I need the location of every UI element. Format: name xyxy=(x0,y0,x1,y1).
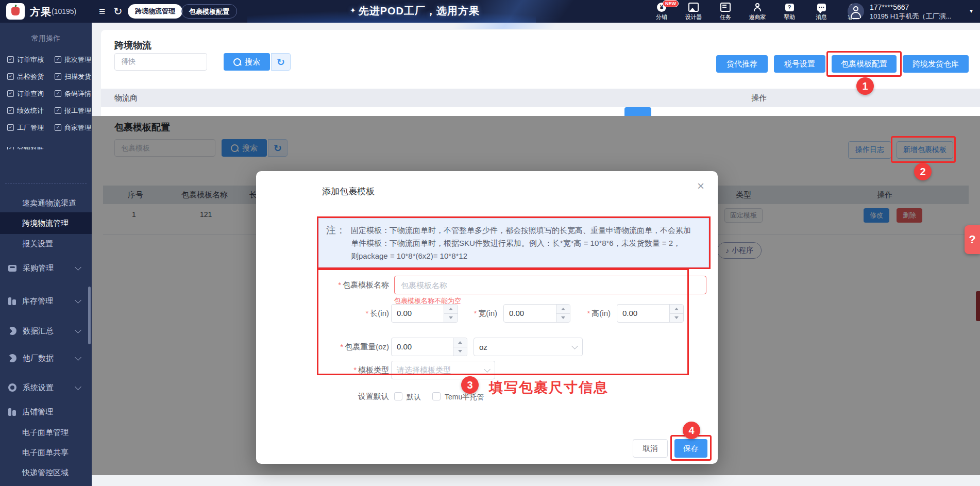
sidebar-item-cross-border-logistics[interactable]: 跨境物流管理 xyxy=(0,212,92,234)
sidebar-item-eorder-management[interactable]: 电子面单管理 xyxy=(0,427,92,438)
sidebar-group-inventory[interactable]: 库存管理 xyxy=(0,295,92,307)
width-label: *宽(in) xyxy=(452,304,497,323)
stepper-down-icon[interactable] xyxy=(453,347,467,356)
column-provider: 物流商 xyxy=(114,89,138,107)
logistics-search-group: 搜索 ↻ xyxy=(224,53,291,71)
package-template-config-button[interactable]: 包裹模板配置 xyxy=(832,55,897,73)
tab-package-template-config[interactable]: 包裹模板配置 xyxy=(181,4,237,19)
floating-help-button[interactable]: ? xyxy=(965,225,980,254)
weight-label: *包裹重量(oz) xyxy=(287,338,389,356)
height-input[interactable]: 0.00 xyxy=(617,304,684,323)
cross-border-warehouse-button[interactable]: 跨境发货仓库 xyxy=(903,55,969,73)
template-note: 注： 固定模板：下物流面单时，不管整单多少件，都会按照填写的长宽高、重量申请物流… xyxy=(318,218,709,267)
save-button[interactable]: 保存 xyxy=(674,439,707,458)
sidebar: 常用操作 ✓订单审核 ✓批次管理 ✓品检验货 ✓扫描发货 ✓订单查询 ✓条码详情… xyxy=(0,23,92,486)
stepper-up-icon[interactable] xyxy=(453,338,467,347)
stepper-up-icon[interactable] xyxy=(670,305,683,314)
apple-logo-icon xyxy=(11,7,20,15)
quick-link-order-audit[interactable]: ✓订单审核 xyxy=(7,55,55,64)
note-prefix: 注： xyxy=(326,224,346,262)
default-checkbox[interactable] xyxy=(394,392,402,400)
user-menu-caret-icon[interactable]: ▾ xyxy=(970,7,973,14)
quick-link-scan-shipping[interactable]: ✓扫描发货 xyxy=(55,72,92,81)
note-text: 固定模板：下物流面单时，不管整单多少件，都会按照填写的长宽高、重量申请物流面单，… xyxy=(351,224,691,262)
app-root: 方果 (10195) ≡ ↻ 跨境物流管理 包裹模板配置 ✦先进POD工厂，选用… xyxy=(0,0,980,486)
template-name-input[interactable] xyxy=(394,276,706,294)
add-package-template-modal: 添加包裹模板 × 注： 固定模板：下物流面单时，不管整单多少件，都会按照填写的长… xyxy=(256,171,718,464)
inventory-icon xyxy=(8,297,16,305)
sidebar-section-title: 常用操作 xyxy=(0,34,92,43)
freight-forwarder-button[interactable]: 货代推荐 xyxy=(716,55,768,73)
quick-link-performance-stats[interactable]: ✓绩效统计 xyxy=(7,106,55,115)
sidebar-group-data-summary[interactable]: 数据汇总 xyxy=(0,325,92,337)
sidebar-group-purchasing[interactable]: 采购管理 xyxy=(0,262,92,274)
chevron-down-icon xyxy=(75,354,81,361)
sidebar-group-system-settings[interactable]: 系统设置 xyxy=(0,381,92,394)
height-stepper[interactable] xyxy=(669,305,683,322)
quick-link-factory-management[interactable]: ✓工厂管理 xyxy=(7,123,55,132)
checkbox-icon: ✓ xyxy=(7,73,14,80)
sidebar-divider xyxy=(5,183,87,184)
search-icon xyxy=(233,58,241,66)
close-icon[interactable]: × xyxy=(693,178,708,194)
partial-row-button[interactable] xyxy=(624,107,651,116)
template-type-label: *模板类型 xyxy=(287,361,389,379)
help-icon: ? xyxy=(785,4,794,11)
quick-link-order-query[interactable]: ✓订单查询 xyxy=(7,89,55,98)
nav-distribution[interactable]: NEW ¥ 分销 xyxy=(650,2,673,21)
brand-name: 方果 xyxy=(30,5,52,19)
nav-invite-merchants[interactable]: 邀商家 xyxy=(746,2,769,21)
quick-link-barcode-details[interactable]: ✓条码详情 xyxy=(55,89,92,98)
weight-stepper[interactable] xyxy=(453,338,467,356)
quick-link-work-report[interactable]: ✓报工管理 xyxy=(55,106,92,115)
step-3-text: 填写包裹尺寸信息 xyxy=(489,378,609,397)
refresh-button[interactable]: ↻ xyxy=(271,53,291,71)
temu-checkbox[interactable] xyxy=(432,392,441,400)
checkbox-icon: ✓ xyxy=(7,147,14,149)
width-input[interactable]: 0.00 xyxy=(503,304,570,323)
logistics-card: 跨境物流 搜索 ↻ 货代推荐 税号设置 包裹模板配置 跨境发货仓库 物流商 操作 xyxy=(101,30,980,116)
topbar-nav: NEW ¥ 分销 设计器 任务 邀商家 ? 帮助 ⋯ 消息 xyxy=(650,2,865,21)
weight-unit-select[interactable]: oz xyxy=(474,338,583,356)
sidebar-group-shop-management[interactable]: 店铺管理 xyxy=(0,406,92,418)
logistics-table-header: 物流商 操作 xyxy=(101,89,980,107)
sidebar-item-courier-control-area[interactable]: 快递管控区域 xyxy=(0,467,92,478)
sidebar-item-eorder-sharing[interactable]: 电子面单共享 xyxy=(0,447,92,458)
quick-link-batch-management[interactable]: ✓批次管理 xyxy=(55,55,92,64)
checkbox-icon: ✓ xyxy=(55,56,61,63)
collapse-menu-icon[interactable]: ≡ xyxy=(99,5,105,18)
quick-link-merchant-management[interactable]: ✓商家管理 xyxy=(55,123,92,132)
refresh-icon[interactable]: ↻ xyxy=(113,5,123,18)
search-button[interactable]: 搜索 xyxy=(224,53,270,71)
height-label: *高(in) xyxy=(565,304,611,323)
sidebar-group-other-factory-data[interactable]: 他厂数据 xyxy=(0,352,92,364)
nav-designer[interactable]: 设计器 xyxy=(682,2,705,21)
shop-management-icon xyxy=(8,408,16,416)
user-avatar[interactable] xyxy=(848,3,864,20)
quick-link-distribution-reconciliation[interactable]: ✓分销对账 xyxy=(7,147,55,149)
sidebar-item-customs-settings[interactable]: 报关设置 xyxy=(0,238,92,249)
brand-logo[interactable] xyxy=(6,3,25,20)
quick-link-qc-inspection[interactable]: ✓品检验货 xyxy=(7,72,55,81)
sidebar-item-aliexpress-logistics[interactable]: 速卖通物流渠道 xyxy=(0,197,92,209)
nav-messages[interactable]: ⋯ 消息 xyxy=(810,2,833,21)
chevron-down-icon xyxy=(75,327,81,333)
weight-input[interactable]: 0.00 xyxy=(391,338,467,356)
chevron-down-icon xyxy=(571,343,578,349)
tab-cross-border-logistics[interactable]: 跨境物流管理 xyxy=(128,4,182,19)
logistics-search-input[interactable] xyxy=(114,53,207,71)
nav-tasks[interactable]: 任务 xyxy=(714,2,737,21)
user-org: 10195 H1手机壳（工厂演... xyxy=(870,12,951,21)
nav-help[interactable]: ? 帮助 xyxy=(778,2,801,21)
step-4-badge: 4 xyxy=(683,422,700,439)
slogan-text: 先进POD工厂，选用方果 xyxy=(359,5,480,16)
cancel-button[interactable]: 取消 xyxy=(633,439,668,458)
sparkle-icon: ✦ xyxy=(350,6,357,14)
column-action: 操作 xyxy=(751,89,767,107)
tax-number-settings-button[interactable]: 税号设置 xyxy=(774,55,825,73)
stepper-down-icon[interactable] xyxy=(670,314,683,323)
sidebar-scrollbar[interactable] xyxy=(88,287,91,344)
checkbox-icon: ✓ xyxy=(7,124,14,131)
length-input[interactable]: 0.00 xyxy=(391,304,458,323)
template-type-select[interactable]: 请选择模板类型 xyxy=(391,361,495,379)
